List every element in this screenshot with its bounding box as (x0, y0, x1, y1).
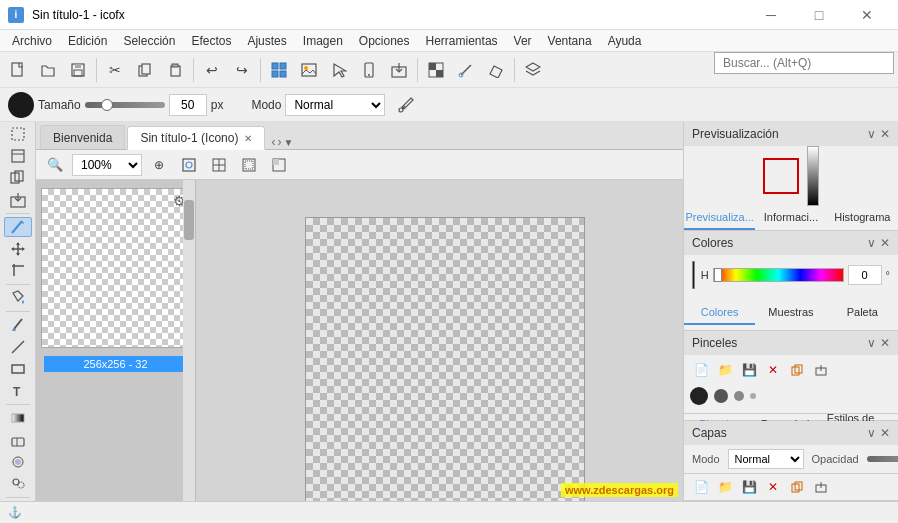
tool-crop[interactable] (4, 260, 32, 281)
size-input[interactable]: 50 (169, 94, 207, 116)
tool-import[interactable] (4, 189, 32, 210)
capas-copy[interactable] (786, 476, 808, 498)
menu-item-ajustes[interactable]: Ajustes (239, 32, 294, 50)
mobile-btn[interactable] (355, 56, 383, 84)
capas-import[interactable] (810, 476, 832, 498)
pc-save2[interactable]: 💾 (738, 359, 760, 381)
grid-view-button[interactable] (206, 152, 232, 178)
tool-file[interactable] (4, 146, 32, 167)
open-button[interactable] (34, 56, 62, 84)
thumbnail-scrollbar[interactable] (183, 180, 195, 523)
menu-item-efectos[interactable]: Efectos (183, 32, 239, 50)
pc-new[interactable]: 📄 (690, 359, 712, 381)
size-slider[interactable] (85, 102, 165, 108)
layers-btn[interactable] (519, 56, 547, 84)
tool-rectangle[interactable] (4, 359, 32, 380)
hue-value-input[interactable]: 0 (848, 265, 882, 285)
tab-histogram[interactable]: Histograma (827, 206, 898, 230)
colors-collapse[interactable]: ∨ (867, 236, 876, 250)
menu-item-herramientas[interactable]: Herramientas (418, 32, 506, 50)
capas-collapse[interactable]: ∨ (867, 426, 876, 440)
undo-button[interactable]: ↩ (198, 56, 226, 84)
tab-preview[interactable]: Previsualiza... (684, 206, 755, 230)
tab-nav-left[interactable]: ‹ (271, 135, 275, 149)
tool-blur[interactable] (4, 451, 32, 472)
copy-button[interactable] (131, 56, 159, 84)
pinceles-collapse[interactable]: ∨ (867, 336, 876, 350)
mode-select[interactable]: Normal Multiplicar Pantalla (285, 94, 385, 116)
cursor-btn[interactable] (325, 56, 353, 84)
tool-line[interactable] (4, 337, 32, 358)
save-button[interactable] (64, 56, 92, 84)
menu-item-opciones[interactable]: Opciones (351, 32, 418, 50)
paste-button[interactable] (161, 56, 189, 84)
zoom-select[interactable]: 100% 50% 200% (72, 154, 142, 176)
canvas-scroll[interactable]: ⚙ 256x256 - 32 (36, 180, 683, 523)
tab-nav-menu[interactable]: ▼ (283, 137, 293, 148)
pc-copy3[interactable] (786, 359, 808, 381)
tab-close-icon[interactable]: ✕ (244, 133, 252, 144)
pinceles-close[interactable]: ✕ (880, 336, 890, 350)
tool-clone[interactable] (4, 473, 32, 494)
zoom-in-button[interactable]: ⊕ (146, 152, 172, 178)
tool-move[interactable] (4, 238, 32, 259)
cut-button[interactable]: ✂ (101, 56, 129, 84)
zoom-out-button[interactable]: 🔍 (42, 152, 68, 178)
tab-swatches[interactable]: Muestras (755, 301, 826, 325)
export-btn[interactable] (385, 56, 413, 84)
pencil-btn[interactable] (452, 56, 480, 84)
tool-gradient[interactable] (4, 408, 32, 429)
menu-item-archivo[interactable]: Archivo (4, 32, 60, 50)
eyedropper-button[interactable] (393, 92, 419, 118)
tab-nav-right[interactable]: › (277, 135, 281, 149)
thumbnail-frame[interactable]: ⚙ (41, 188, 191, 348)
tool-text[interactable]: T (4, 380, 32, 401)
preview-collapse[interactable]: ∨ (867, 127, 876, 141)
minimize-button[interactable]: ─ (748, 0, 794, 30)
preview-close[interactable]: ✕ (880, 127, 890, 141)
pc-folder[interactable]: 📁 (714, 359, 736, 381)
tool-brush[interactable] (4, 315, 32, 336)
maximize-button[interactable]: □ (796, 0, 842, 30)
tab-info[interactable]: Informaci... (755, 206, 826, 230)
search-input[interactable] (714, 52, 894, 74)
view-button[interactable] (266, 152, 292, 178)
grid-btn[interactable] (265, 56, 293, 84)
menu-item-ver[interactable]: Ver (506, 32, 540, 50)
menu-item-selección[interactable]: Selección (115, 32, 183, 50)
thumbnail-label[interactable]: 256x256 - 32 (44, 356, 187, 372)
menu-item-edición[interactable]: Edición (60, 32, 115, 50)
new-button[interactable] (4, 56, 32, 84)
capas-opacity-slider[interactable] (867, 456, 898, 462)
close-button[interactable]: ✕ (844, 0, 890, 30)
tool-eraser[interactable] (4, 429, 32, 450)
checkerboard-btn[interactable] (422, 56, 450, 84)
tool-fill[interactable] (4, 288, 32, 309)
fit-button[interactable] (176, 152, 202, 178)
capas-save[interactable]: 💾 (738, 476, 760, 498)
eraser-btn[interactable] (482, 56, 510, 84)
tab-welcome[interactable]: Bienvenida (40, 125, 125, 149)
tab-colors[interactable]: Colores (684, 301, 755, 325)
tab-icon-file[interactable]: Sin título-1 (Icono) ✕ (127, 126, 265, 150)
tool-rectangle-select[interactable] (4, 124, 32, 145)
image-btn[interactable] (295, 56, 323, 84)
frame-button[interactable] (236, 152, 262, 178)
pc-delete[interactable]: ✕ (762, 359, 784, 381)
tool-copy2[interactable] (4, 167, 32, 188)
redo-button[interactable]: ↪ (228, 56, 256, 84)
hue-slider[interactable] (713, 268, 844, 282)
capas-folder[interactable]: 📁 (714, 476, 736, 498)
tab-palette[interactable]: Paleta (827, 301, 898, 325)
color-swatch[interactable] (692, 261, 695, 289)
tool-pencil[interactable] (4, 217, 32, 238)
thumbnail-scroll-handle[interactable] (184, 200, 194, 240)
main-canvas[interactable] (305, 217, 585, 507)
menu-item-ventana[interactable]: Ventana (540, 32, 600, 50)
menu-item-ayuda[interactable]: Ayuda (600, 32, 650, 50)
colors-close[interactable]: ✕ (880, 236, 890, 250)
capas-close[interactable]: ✕ (880, 426, 890, 440)
capas-mode-select[interactable]: Normal Multiplicar (728, 449, 804, 469)
pc-import2[interactable] (810, 359, 832, 381)
menu-item-imagen[interactable]: Imagen (295, 32, 351, 50)
